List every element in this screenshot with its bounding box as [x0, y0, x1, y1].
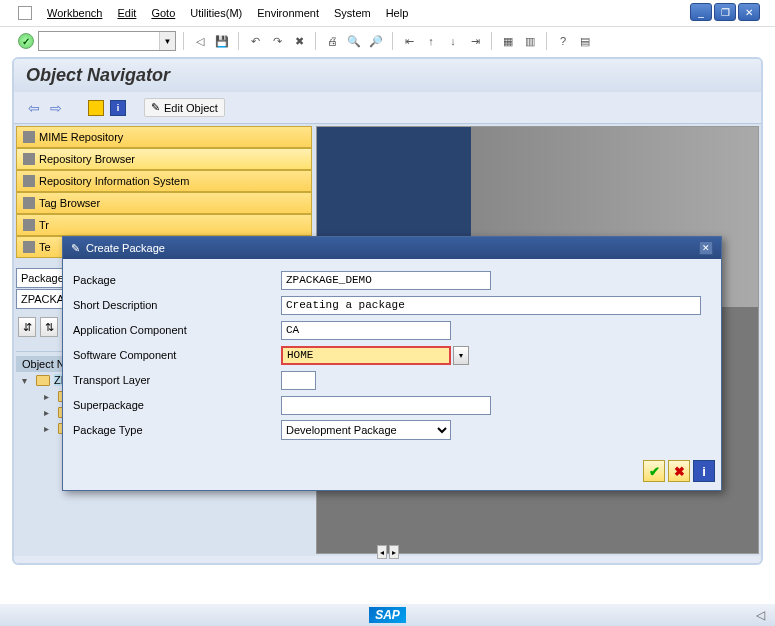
label-sw-comp: Software Component — [71, 349, 281, 361]
application-toolbar: ✓ ▼ ◁ 💾 ↶ ↷ ✖ 🖨 🔍 🔎 ⇤ ↑ ↓ ⇥ ▦ ▥ ? ▤ — [0, 26, 775, 57]
test-icon — [23, 241, 35, 253]
menu-environment[interactable]: Environment — [257, 7, 319, 19]
nav-repository-info-system[interactable]: Repository Information System — [16, 170, 312, 192]
nav-repository-browser[interactable]: Repository Browser — [16, 148, 312, 170]
dialog-footer: ✔ ✖ i — [63, 450, 721, 490]
menu-goto[interactable]: Goto — [151, 7, 175, 19]
dialog-body: Package Short Description Application Co… — [63, 259, 721, 450]
expand-icon[interactable]: ▾ — [22, 375, 32, 386]
edit-object-label: Edit Object — [164, 102, 218, 114]
nav-mime-label: MIME Repository — [39, 131, 123, 143]
new-session-icon[interactable]: ▦ — [499, 32, 517, 50]
nav-tag-browser[interactable]: Tag Browser — [16, 192, 312, 214]
tool-icon-info[interactable]: i — [110, 100, 126, 116]
tree-btn-1[interactable]: ⇵ — [18, 317, 36, 337]
repo-icon — [23, 153, 35, 165]
nav-repo-label: Repository Browser — [39, 153, 135, 165]
shortcut-icon[interactable]: ▥ — [521, 32, 539, 50]
input-package[interactable] — [281, 271, 491, 290]
menu-bar: Workbench Edit Goto Utilities(M) Environ… — [0, 0, 775, 26]
transport-icon — [23, 219, 35, 231]
help-icon[interactable]: ? — [554, 32, 572, 50]
label-app-comp: Application Component — [71, 324, 281, 336]
dialog-title: Create Package — [86, 242, 165, 254]
command-field[interactable] — [39, 32, 159, 50]
create-package-dialog: ✎ Create Package ✕ Package Short Descrip… — [62, 236, 722, 491]
dialog-titlebar: ✎ Create Package ✕ — [63, 237, 721, 259]
edit-object-icon: ✎ — [151, 101, 160, 114]
nav-back-icon[interactable]: ↶ — [246, 32, 264, 50]
tool-icon-1[interactable] — [88, 100, 104, 116]
command-field-wrap: ▼ — [38, 31, 176, 51]
find-icon[interactable]: 🔍 — [345, 32, 363, 50]
save-icon[interactable]: 💾 — [213, 32, 231, 50]
dialog-ok-button[interactable]: ✔ — [643, 460, 665, 482]
layout-icon[interactable]: ▤ — [576, 32, 594, 50]
label-transport: Transport Layer — [71, 374, 281, 386]
last-page-icon[interactable]: ⇥ — [466, 32, 484, 50]
repo-info-icon — [23, 175, 35, 187]
window-restore-button[interactable]: ❐ — [714, 3, 736, 21]
nav-next-button[interactable]: ⇨ — [48, 100, 64, 116]
edit-object-button[interactable]: ✎ Edit Object — [144, 98, 225, 117]
nav-prev-button[interactable]: ⇦ — [26, 100, 42, 116]
first-page-icon[interactable]: ⇤ — [400, 32, 418, 50]
pager: ◂ ▸ — [377, 545, 399, 559]
input-superpkg[interactable] — [281, 396, 491, 415]
input-short-desc[interactable] — [281, 296, 701, 315]
input-app-comp[interactable] — [281, 321, 451, 340]
tag-icon — [23, 197, 35, 209]
sw-comp-f4-button[interactable]: ▾ — [453, 346, 469, 365]
nav-cancel-icon[interactable]: ✖ — [290, 32, 308, 50]
menu-icon[interactable] — [18, 6, 32, 20]
prev-page-icon[interactable]: ↑ — [422, 32, 440, 50]
page-prev[interactable]: ◂ — [377, 545, 387, 559]
menu-help[interactable]: Help — [386, 7, 409, 19]
nav-tr-label: Tr — [39, 219, 49, 231]
next-page-icon[interactable]: ↓ — [444, 32, 462, 50]
sub-toolbar: ⇦ ⇨ i ✎ Edit Object — [14, 92, 761, 124]
dialog-cancel-button[interactable]: ✖ — [668, 460, 690, 482]
sap-logo: SAP — [369, 607, 406, 623]
status-menu-button[interactable]: ◁ — [756, 608, 765, 622]
enter-button[interactable]: ✓ — [18, 33, 34, 49]
tree-btn-2[interactable]: ⇅ — [40, 317, 58, 337]
menu-system[interactable]: System — [334, 7, 371, 19]
dialog-info-button[interactable]: i — [693, 460, 715, 482]
page-next[interactable]: ▸ — [389, 545, 399, 559]
window-minimize-button[interactable]: _ — [690, 3, 712, 21]
nav-repo-info-label: Repository Information System — [39, 175, 189, 187]
menu-edit[interactable]: Edit — [117, 7, 136, 19]
page-title: Object Navigator — [14, 59, 761, 92]
command-dropdown[interactable]: ▼ — [159, 32, 175, 50]
label-superpkg: Superpackage — [71, 399, 281, 411]
print-icon[interactable]: 🖨 — [323, 32, 341, 50]
input-transport[interactable] — [281, 371, 316, 390]
menu-workbench[interactable]: Workbench — [47, 7, 102, 19]
window-close-button[interactable]: ✕ — [738, 3, 760, 21]
expand-icon[interactable]: ▸ — [44, 391, 54, 402]
nav-exit-icon[interactable]: ↷ — [268, 32, 286, 50]
dialog-icon: ✎ — [71, 242, 80, 255]
nav-te-label: Te — [39, 241, 51, 253]
status-bar: SAP ◁ — [0, 604, 775, 626]
label-pkg-type: Package Type — [71, 424, 281, 436]
menu-utilities[interactable]: Utilities(M) — [190, 7, 242, 19]
dialog-close-button[interactable]: ✕ — [699, 241, 713, 255]
expand-icon[interactable]: ▸ — [44, 407, 54, 418]
input-sw-comp[interactable] — [281, 346, 451, 365]
nav-tag-label: Tag Browser — [39, 197, 100, 209]
mime-icon — [23, 131, 35, 143]
label-short-desc: Short Description — [71, 299, 281, 311]
folder-icon — [36, 375, 50, 386]
nav-mime-repository[interactable]: MIME Repository — [16, 126, 312, 148]
find-next-icon[interactable]: 🔎 — [367, 32, 385, 50]
select-pkg-type[interactable]: Development Package — [281, 420, 451, 440]
label-package: Package — [71, 274, 281, 286]
back-button[interactable]: ◁ — [191, 32, 209, 50]
expand-icon[interactable]: ▸ — [44, 423, 54, 434]
nav-transport[interactable]: Tr — [16, 214, 312, 236]
